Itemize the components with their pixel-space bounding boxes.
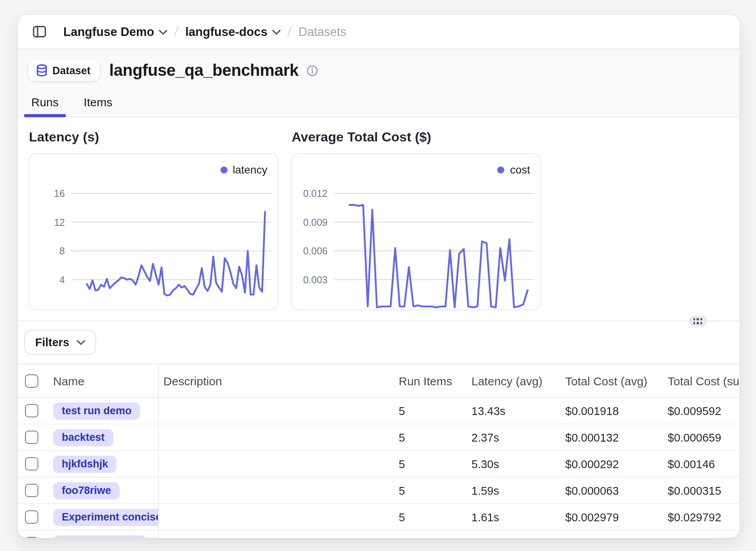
viewport: Langfuse Demo / langfuse-docs / Datasets <box>0 0 756 551</box>
legend-dot-icon <box>498 166 505 173</box>
table-row[interactable]: Experiment concise...51.61s$0.002979$0.0… <box>18 504 740 531</box>
app-card: Langfuse Demo / langfuse-docs / Datasets <box>17 14 740 538</box>
info-icon[interactable] <box>306 64 318 76</box>
latency-line-chart-svg: 481216 <box>29 154 278 309</box>
breadcrumb: Langfuse Demo / langfuse-docs / Datasets <box>63 24 346 39</box>
run-items-count: 5 <box>394 511 467 523</box>
legend-label: cost <box>510 163 530 176</box>
charts-row: Latency (s) 481216 latency Average Total… <box>18 117 740 310</box>
row-checkbox[interactable] <box>25 484 38 497</box>
breadcrumb-org[interactable]: Langfuse Demo <box>63 25 168 39</box>
column-header-description: Description <box>159 374 394 387</box>
cost-line-chart-svg: 0.0030.0060.0090.012 <box>292 154 540 309</box>
svg-text:0.012: 0.012 <box>303 188 328 199</box>
filters-button[interactable]: Filters <box>24 330 96 355</box>
table-row[interactable]: backtest52.37s$0.000132$0.000659 <box>18 424 740 451</box>
column-header-run-items: Run Items <box>394 374 467 387</box>
svg-text:16: 16 <box>54 188 65 199</box>
run-items-count: 5 <box>394 458 467 470</box>
chart-legend: cost <box>498 163 530 176</box>
table-row[interactable]: foo78riwe51.59s$0.000063$0.000315 <box>18 478 740 504</box>
run-name-badge[interactable]: foo78riwe <box>53 482 120 499</box>
run-name-badge[interactable]: Prompt 81 Test <box>53 535 146 538</box>
breadcrumb-current[interactable]: Datasets <box>299 25 346 39</box>
svg-text:12: 12 <box>54 217 65 228</box>
database-icon <box>36 64 48 77</box>
breadcrumb-separator: / <box>174 24 179 39</box>
legend-label: latency <box>233 163 267 176</box>
latency-chart: 481216 latency <box>28 153 278 310</box>
row-checkbox[interactable] <box>25 457 38 470</box>
total-cost-avg-value: $0.000063 <box>561 484 663 497</box>
run-items-count: 5 <box>394 484 467 497</box>
total-cost-avg-value: $0.000292 <box>561 458 663 470</box>
chart-legend: latency <box>220 163 267 176</box>
row-checkbox[interactable] <box>25 431 38 444</box>
total-cost-sum-value: $0.071536 <box>663 537 740 538</box>
latency-avg-value: 1.59s <box>467 484 561 497</box>
svg-text:8: 8 <box>59 245 65 256</box>
dataset-section: Dataset langfuse_qa_benchmark Runs Items <box>18 49 740 117</box>
tab-items-label: Items <box>84 95 112 109</box>
column-header-total-cost-sum: Total Cost (sum) <box>663 374 740 387</box>
total-cost-sum-value: $0.000659 <box>663 431 740 444</box>
select-all-checkbox[interactable] <box>25 374 38 387</box>
row-checkbox[interactable] <box>25 510 38 524</box>
filters-row: Filters <box>18 321 740 363</box>
svg-text:0.003: 0.003 <box>303 274 328 285</box>
chart-title: Average Total Cost ($) <box>292 130 539 145</box>
run-name-badge[interactable]: backtest <box>53 429 113 446</box>
row-checkbox[interactable] <box>25 404 38 417</box>
breadcrumb-project[interactable]: langfuse-docs <box>185 25 281 39</box>
tab-bar: Runs Items <box>18 88 740 117</box>
total-cost-avg-value: $0.002979 <box>561 511 663 523</box>
filters-button-label: Filters <box>35 336 69 349</box>
page-title: langfuse_qa_benchmark <box>109 61 299 80</box>
latency-avg-value: 13.43s <box>467 404 561 417</box>
svg-text:4: 4 <box>59 274 65 285</box>
total-cost-sum-value: $0.029792 <box>663 511 740 523</box>
topbar: Langfuse Demo / langfuse-docs / Datasets <box>18 15 740 49</box>
run-items-count: 5 <box>394 537 467 538</box>
legend-dot-icon <box>220 166 227 173</box>
table-row[interactable]: test run demo513.43s$0.001918$0.009592 <box>18 398 740 424</box>
total-cost-sum-value: $0.000315 <box>663 484 740 497</box>
svg-text:0.006: 0.006 <box>303 245 328 256</box>
run-name-badge[interactable]: Experiment concise... <box>53 508 159 526</box>
latency-avg-value: 7.68s <box>467 537 561 538</box>
resize-grip-handle[interactable] <box>689 316 707 327</box>
total-cost-sum-value: $0.00146 <box>663 458 740 470</box>
row-checkbox[interactable] <box>25 537 38 538</box>
total-cost-avg-value: $0.001918 <box>561 404 663 417</box>
total-cost-avg-value: $0.007154 <box>561 537 663 538</box>
table-row[interactable]: Prompt 81 Test57.68s$0.007154$0.071536 <box>18 531 740 538</box>
cost-chart-block: Average Total Cost ($) 0.0030.0060.0090.… <box>291 130 539 310</box>
tab-runs-label: Runs <box>31 95 59 109</box>
total-cost-sum-value: $0.009592 <box>663 404 740 417</box>
chevron-down-icon <box>272 30 281 35</box>
latency-avg-value: 2.37s <box>467 431 561 444</box>
breadcrumb-separator: / <box>287 24 292 39</box>
breadcrumb-current-label: Datasets <box>299 25 346 39</box>
run-name-badge[interactable]: hjkfdshjk <box>53 455 117 472</box>
column-header-total-cost-avg: Total Cost (avg) <box>561 374 663 387</box>
panel-divider <box>18 320 740 321</box>
chart-title: Latency (s) <box>29 130 276 145</box>
latency-chart-block: Latency (s) 481216 latency <box>28 130 277 310</box>
table-row[interactable]: hjkfdshjk55.30s$0.000292$0.00146 <box>18 451 740 478</box>
table-header-row: Name Description Run Items Latency (avg)… <box>18 363 740 398</box>
svg-text:0.009: 0.009 <box>303 217 328 228</box>
tab-runs[interactable]: Runs <box>24 92 66 116</box>
run-items-count: 5 <box>394 404 467 417</box>
breadcrumb-org-label: Langfuse Demo <box>63 25 154 39</box>
run-name-badge[interactable]: test run demo <box>53 402 140 419</box>
sidebar-toggle-button[interactable] <box>29 21 49 42</box>
chevron-down-icon <box>159 30 168 35</box>
breadcrumb-project-label: langfuse-docs <box>185 25 267 39</box>
dataset-type-pill: Dataset <box>28 59 100 81</box>
column-header-latency-avg: Latency (avg) <box>467 374 561 387</box>
tab-items[interactable]: Items <box>77 92 119 116</box>
latency-avg-value: 1.61s <box>467 511 561 523</box>
run-items-count: 5 <box>394 431 467 444</box>
panel-left-icon <box>32 24 47 39</box>
